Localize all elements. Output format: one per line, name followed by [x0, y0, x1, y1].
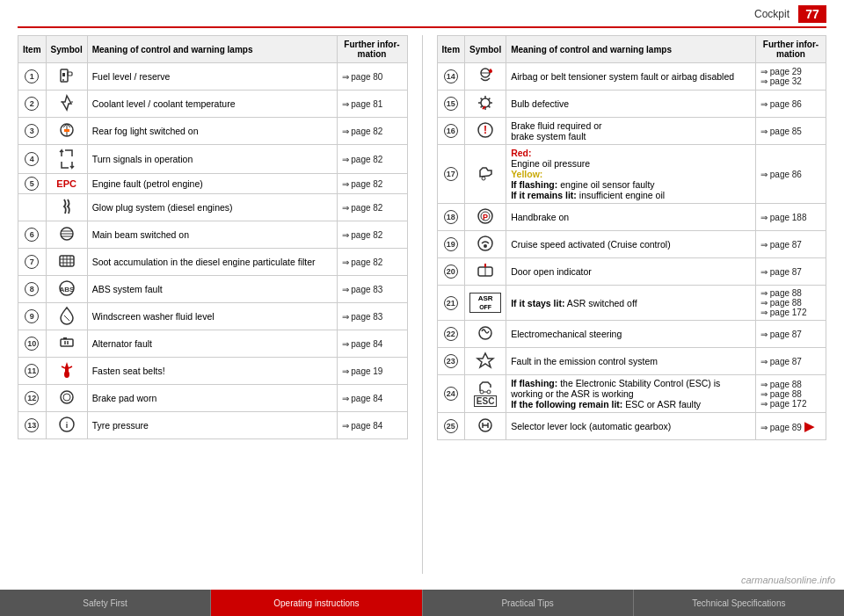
table-row: 23 Fault in the emission control system … [437, 348, 826, 375]
table-row: 15 Bulb defective ⇒ page 86 [437, 91, 826, 118]
col-meaning-left: Meaning of control and warning lamps [87, 36, 337, 63]
page-header: Cockpit 77 [18, 0, 826, 28]
table-row: 21 ASROFF If it stays lit: ASR switched … [437, 286, 826, 321]
table-row: 7 Soot accumulation in the diesel engine… [18, 249, 408, 276]
svg-point-58 [480, 390, 484, 394]
table-row: 3 Rear fog light switched on ⇒ page 82 [18, 118, 408, 145]
table-divider [422, 35, 423, 574]
col-item-left: Item [18, 36, 47, 63]
table-row: 12 Brake pad worn ⇒ page 84 [18, 385, 408, 412]
col-item-right: Item [437, 36, 465, 63]
svg-point-29 [61, 391, 73, 403]
svg-line-45 [481, 105, 483, 107]
footer-nav: Safety First Operating instructions Prac… [0, 590, 844, 616]
table-row: 24 ESC If flashing: the Electronic Stabi… [437, 375, 826, 413]
svg-line-43 [488, 105, 490, 107]
svg-point-59 [487, 390, 491, 394]
table-row: 1 Fuel level / reserve ⇒ page 80 [18, 63, 408, 91]
chapter-title: Cockpit [754, 8, 789, 20]
svg-point-30 [63, 394, 70, 401]
table-row: 20 Door open indicator ⇒ page 87 [437, 258, 826, 286]
table-row: 13 i Tyre pressure ⇒ page 84 [18, 412, 408, 439]
svg-rect-22 [61, 339, 73, 346]
svg-line-21 [64, 315, 69, 321]
table-row: 17 Red:Engine oil pressureYellow:If flas… [437, 145, 826, 204]
right-table-section: Item Symbol Meaning of control and warni… [437, 35, 827, 574]
table-row: 16 ! Brake fluid required orbrake system… [437, 118, 826, 145]
svg-rect-3 [62, 73, 65, 76]
page-number: 77 [798, 5, 826, 23]
svg-text:P: P [483, 213, 488, 221]
svg-point-53 [478, 236, 492, 250]
col-symbol-right: Symbol [465, 36, 506, 63]
svg-text:!: ! [484, 124, 487, 136]
watermark: carmanualsonline.info [741, 575, 835, 585]
table-row: 11 Fasten seat belts! ⇒ page 19 [18, 358, 408, 385]
footer-item-safety[interactable]: Safety First [0, 590, 211, 616]
table-row: 18 P Handbrake on ⇒ page 188 [437, 204, 826, 231]
table-row: 5 EPC Engine fault (petrol engine) ⇒ pag… [18, 174, 408, 194]
left-warning-table: Item Symbol Meaning of control and warni… [18, 35, 408, 439]
svg-point-57 [479, 327, 491, 339]
table-row: 9 Windscreen washer fluid level ⇒ page 8… [18, 303, 408, 330]
svg-line-44 [488, 98, 490, 100]
svg-rect-23 [63, 337, 67, 339]
col-info-right: Further infor-mation [756, 36, 826, 63]
table-row: 6 Main beam switched on ⇒ page 82 [18, 221, 408, 249]
svg-point-49 [482, 177, 485, 180]
left-table-section: Item Symbol Meaning of control and warni… [18, 35, 408, 574]
col-symbol-left: Symbol [46, 36, 87, 63]
table-row: 22 Electromechanical steering ⇒ page 87 [437, 321, 826, 348]
table-row: 14 Airbag or belt tensioner system fault… [437, 63, 826, 91]
svg-text:i: i [65, 421, 68, 430]
col-info-left: Further infor-mation [337, 36, 407, 63]
footer-item-technical[interactable]: Technical Specifications [634, 590, 844, 616]
table-row: 19 Cruise speed activated (Cruise contro… [437, 231, 826, 258]
table-row: 25 Selector lever lock (automatic gearbo… [437, 413, 826, 440]
col-meaning-right: Meaning of control and warning lamps [506, 36, 756, 63]
svg-rect-8 [64, 129, 69, 132]
right-warning-table: Item Symbol Meaning of control and warni… [437, 35, 827, 440]
svg-text:ABS: ABS [59, 286, 75, 294]
table-row: 2 Coolant level / coolant temperature ⇒ … [18, 91, 408, 118]
svg-line-42 [481, 98, 483, 100]
svg-line-27 [62, 366, 65, 368]
footer-item-operating[interactable]: Operating instructions [211, 590, 422, 616]
svg-line-28 [69, 366, 72, 368]
svg-point-26 [64, 371, 69, 378]
table-row: 8 ABS ABS system fault ⇒ page 83 [18, 276, 408, 303]
footer-item-practical[interactable]: Practical Tips [423, 590, 634, 616]
svg-point-54 [484, 244, 487, 248]
table-row: Glow plug system (diesel engines) ⇒ page… [18, 194, 408, 221]
table-row: 10 Alternator fault ⇒ page 84 [18, 330, 408, 358]
main-content: Item Symbol Meaning of control and warni… [0, 28, 844, 574]
table-row: 4 Turn signals in operation ⇒ page 82 [18, 145, 408, 174]
svg-point-35 [489, 69, 492, 73]
